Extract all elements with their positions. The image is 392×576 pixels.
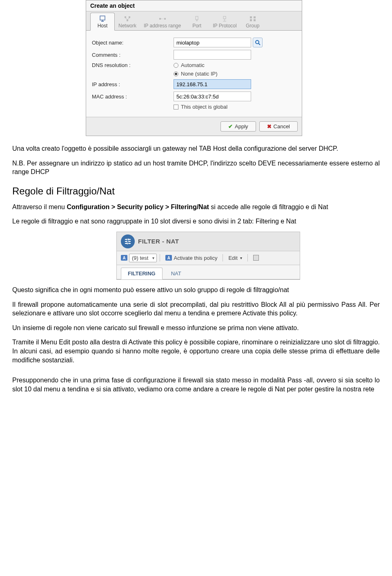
label-comments: Comments :	[92, 52, 174, 58]
dialog-title: Create an object	[86, 0, 302, 11]
tab-ip-protocol[interactable]: IP Protocol	[209, 13, 240, 30]
tab-label: IP address range	[144, 23, 181, 29]
svg-rect-20	[254, 19, 256, 21]
heading-filtraggio-nat: Regole di Filtraggio/Nat	[12, 185, 380, 197]
active-badge-icon: A	[165, 255, 172, 261]
tab-label: Port	[192, 23, 201, 29]
chevron-down-icon: ▾	[240, 256, 242, 260]
label-mac-address: MAC address :	[92, 94, 174, 100]
button-label: Activate this policy	[174, 255, 217, 261]
radio-automatic[interactable]: Automatic	[174, 62, 205, 68]
paragraph: Una volta creato l'oggetto è possibile a…	[12, 144, 380, 153]
panel-toolbar: A (9) test A Activate this policy Edit▾	[117, 251, 300, 265]
tab-label: Group	[246, 23, 259, 29]
paragraph: Presupponendo che in una prima fase di c…	[12, 376, 380, 393]
protocol-icon	[221, 16, 228, 22]
cancel-button[interactable]: ✖ Cancel	[259, 121, 298, 132]
radio-none-static[interactable]: None (static IP)	[174, 71, 218, 77]
paragraph: N.B. Per assegnare un indirizzo ip stati…	[12, 159, 380, 176]
svg-rect-8	[159, 18, 161, 20]
object-name-input[interactable]	[174, 38, 251, 47]
filter-nat-panel: FILTER - NAT A (9) test A Activate this …	[116, 232, 300, 280]
close-icon: ✖	[267, 123, 272, 129]
form-body: Object name: Comments : DNS resolution :…	[86, 31, 302, 117]
lookup-button[interactable]	[253, 38, 263, 47]
network-icon	[124, 16, 131, 22]
panel-header: FILTER - NAT	[117, 232, 300, 251]
svg-rect-18	[254, 16, 256, 18]
filter-nat-icon	[121, 234, 135, 248]
tab-ip-range[interactable]: IP address range	[140, 13, 185, 30]
tab-label: IP Protocol	[213, 23, 236, 29]
label-ip-address: IP address :	[92, 81, 174, 87]
svg-line-6	[125, 18, 127, 20]
svg-rect-19	[250, 19, 252, 21]
separator	[247, 254, 248, 261]
button-label: Apply	[235, 123, 248, 129]
comments-input[interactable]	[174, 50, 251, 60]
label-object-name: Object name:	[92, 40, 174, 46]
radio-label: Automatic	[181, 62, 205, 68]
create-object-dialog: Create an object Host Network IP address…	[86, 0, 302, 136]
radio-icon	[174, 63, 178, 68]
checkbox-label: This object is global	[181, 104, 227, 110]
label-dns-resolution: DNS resolution :	[92, 62, 174, 68]
tab-port[interactable]: Port	[185, 13, 209, 30]
paragraph: Le regole di filtraggio e nat sono raggr…	[12, 217, 380, 226]
slot-selector[interactable]: (9) test	[129, 254, 157, 262]
mac-address-input[interactable]	[174, 92, 251, 101]
paragraph: Questo significa che in ogni momento può…	[12, 286, 380, 295]
checkbox-icon	[174, 105, 178, 109]
dialog-footer: ✔ Apply ✖ Cancel	[86, 117, 302, 136]
svg-rect-4	[129, 16, 130, 18]
svg-rect-0	[100, 16, 105, 20]
group-icon	[249, 16, 256, 22]
svg-rect-11	[196, 16, 198, 20]
button-label: Cancel	[274, 123, 290, 129]
tab-label: Network	[118, 23, 136, 29]
radio-label: None (static IP)	[181, 71, 218, 77]
checkbox-global[interactable]: This object is global	[174, 104, 227, 110]
separator	[160, 254, 160, 261]
button-label: Edit	[228, 255, 237, 261]
activate-policy-button[interactable]: A Activate this policy	[163, 255, 220, 261]
svg-line-7	[127, 18, 129, 20]
menu-path: Configuration > Security policy > Filter…	[67, 203, 209, 210]
paragraph: Il firewall propone automaticamente una …	[12, 300, 380, 318]
svg-rect-1	[101, 21, 104, 22]
tab-label: Host	[98, 23, 108, 29]
tab-network[interactable]: Network	[115, 13, 140, 30]
radio-icon	[174, 71, 178, 76]
object-type-tabs: Host Network IP address range Port IP Pr…	[86, 11, 302, 31]
panel-title: FILTER - NAT	[138, 238, 179, 245]
search-icon	[255, 40, 261, 45]
svg-rect-17	[250, 16, 252, 18]
paragraph: Un insieme di regole non viene caricato …	[12, 324, 380, 333]
active-badge-icon: A	[121, 255, 127, 261]
tab-nat[interactable]: NAT	[164, 268, 188, 279]
check-icon: ✔	[228, 123, 233, 129]
separator	[223, 254, 223, 261]
port-icon	[193, 16, 200, 22]
svg-line-22	[258, 43, 260, 45]
svg-point-21	[256, 40, 259, 44]
host-icon	[99, 16, 106, 22]
tab-host[interactable]: Host	[90, 13, 115, 31]
module-icon	[253, 255, 259, 261]
svg-rect-9	[164, 18, 166, 20]
edit-menu[interactable]: Edit▾	[226, 255, 244, 261]
text-fragment: si accede alle regole di filtraggio e di…	[209, 203, 328, 210]
ip-address-input[interactable]	[174, 79, 251, 89]
ip-range-icon	[159, 16, 166, 22]
filter-nat-tabs: FILTERING NAT	[117, 265, 300, 279]
paragraph: Attraverso il menu Configuration > Secur…	[12, 203, 380, 212]
tab-group[interactable]: Group	[241, 13, 265, 30]
tab-filtering[interactable]: FILTERING	[121, 268, 163, 279]
paragraph: Tramite il Menu Edit posto alla destra d…	[12, 338, 380, 364]
svg-rect-5	[127, 20, 128, 21]
apply-button[interactable]: ✔ Apply	[220, 121, 256, 132]
extra-toolbar-button[interactable]	[251, 255, 261, 261]
svg-rect-14	[223, 16, 226, 19]
svg-rect-3	[125, 16, 126, 18]
text-fragment: Attraverso il menu	[12, 203, 67, 210]
